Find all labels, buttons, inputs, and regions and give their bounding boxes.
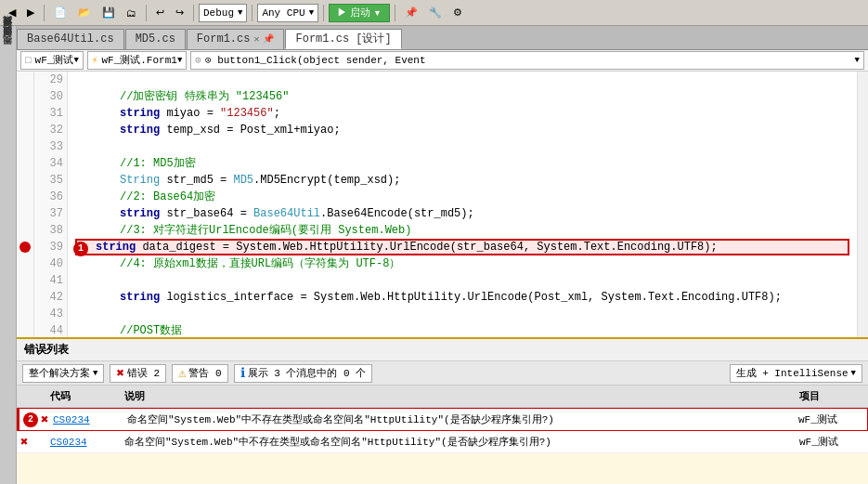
scope-text: 整个解决方案	[29, 366, 90, 380]
bp-42	[17, 289, 33, 306]
nav-bar: □ wF_测试 ▼ ⚡ wF_测试.Form1 ▼ ⊙ ⊙ button1_Cl…	[17, 50, 868, 72]
method-text: ⊙ button1_Click(object sender, Event	[205, 54, 426, 66]
code-editor[interactable]: 29 30 31 32 33 34 35 36 37 38 39 40 41 4…	[17, 72, 868, 337]
method-arrow: ▼	[855, 56, 860, 65]
undo-btn[interactable]: ↩	[151, 4, 169, 21]
code-line-31: string miyao = "123456";	[75, 105, 849, 122]
class-dropdown-text: wF_测试	[35, 53, 74, 67]
build-arrow: ▼	[851, 369, 856, 378]
error-num-badge-2: 2	[23, 412, 38, 427]
build-dropdown[interactable]: 生成 + IntelliSense ▼	[730, 364, 862, 383]
bp-29	[17, 72, 33, 88]
sep5	[323, 5, 324, 21]
code-line-33	[75, 138, 849, 155]
error-panel-title: 错误列表	[17, 339, 868, 361]
code-line-37: string str_base64 = Base64Util.Base64Enc…	[75, 205, 849, 222]
code-line-36: //2: Base64加密	[75, 189, 849, 205]
tab-form1-pin[interactable]: 📌	[263, 33, 274, 45]
breakpoint-column	[17, 72, 33, 337]
warning-count-btn[interactable]: ⚠ 警告 0	[172, 364, 228, 383]
tab-base64util-label: Base64Util.cs	[27, 33, 114, 46]
debug-dropdown[interactable]: Debug ▼	[199, 4, 247, 22]
tab-form1[interactable]: Form1.cs ✕ 📌	[187, 29, 285, 49]
cpu-arrow: ▼	[309, 8, 314, 18]
error-count-btn[interactable]: ✖ 错误 2	[110, 364, 166, 383]
bp-38	[17, 222, 33, 239]
ln-40: 40	[38, 255, 63, 272]
solution-explorer-btn[interactable]: 解决方案资源管理器	[0, 30, 16, 37]
save-all-btn[interactable]: 🗂	[122, 5, 141, 21]
scope-dropdown[interactable]: 整个解决方案 ▼	[22, 364, 104, 383]
attach-btn[interactable]: 📌	[400, 4, 422, 21]
error-row-2-code[interactable]: CS0234	[45, 434, 119, 451]
ln-38: 38	[38, 222, 63, 239]
class-dropdown-icon: □	[25, 55, 32, 66]
method-dropdown[interactable]: ⊙ ⊙ button1_Click(object sender, Event ▼	[190, 51, 864, 70]
warning-count-text: 警告 0	[188, 366, 221, 380]
main-toolbar: ◀ ▶ 📄 📂 💾 🗂 ↩ ↪ Debug ▼ Any CPU ▼ ▶ 启动 ▼…	[0, 0, 868, 26]
forward-btn[interactable]: ▶	[22, 4, 39, 21]
error-toolbar: 整个解决方案 ▼ ✖ 错误 2 ⚠ 警告 0 ℹ 展示 3 个消息中的 0 个	[17, 361, 868, 386]
code-content[interactable]: //加密密钥 特殊串为 "123456" string miyao = "123…	[68, 72, 857, 337]
ln-39: 39	[38, 239, 63, 255]
member-dropdown[interactable]: ⚡ wF_测试.Form1 ▼	[87, 51, 187, 70]
error-row-1[interactable]: 2 ✖ CS0234 命名空间"System.Web"中不存在类型或命名空间名"…	[17, 408, 868, 431]
cpu-dropdown[interactable]: Any CPU ▼	[257, 4, 318, 22]
tab-md5-label: MD5.cs	[136, 33, 175, 46]
error-row-2-project: wF_测试	[794, 432, 868, 451]
bp-34	[17, 155, 33, 172]
start-arrow: ▼	[373, 8, 382, 18]
error-count-text: 错误 2	[127, 366, 160, 380]
method-icon: ⊙	[195, 54, 201, 66]
bp-41	[17, 272, 33, 289]
error-panel-title-text: 错误列表	[24, 344, 69, 357]
ln-44: 44	[38, 322, 63, 337]
save-btn[interactable]: 💾	[97, 4, 120, 21]
tab-form1-label: Form1.cs	[197, 33, 251, 46]
editor-wrapper: Base64Util.cs MD5.cs Form1.cs ✕ 📌 Form1.…	[17, 26, 868, 484]
bp-39-dot[interactable]	[17, 239, 33, 255]
ln-35: 35	[38, 172, 63, 189]
class-dropdown[interactable]: □ wF_测试 ▼	[20, 51, 84, 70]
main-layout: 解决方案资源管理器 团队资源管理器 类视图 Base64Util.cs MD5.…	[0, 26, 868, 484]
code-line-32: string temp_xsd = Post_xml+miyao;	[75, 122, 849, 138]
build-dropdown-wrapper: 生成 + IntelliSense ▼	[730, 364, 862, 383]
code-line-30: //加密密钥 特殊串为 "123456"	[75, 88, 849, 105]
breakpoint-dot	[19, 242, 31, 253]
error-icon: ✖	[116, 365, 123, 381]
debug2-btn[interactable]: 🔧	[424, 4, 447, 21]
error-row-2-icon: ✖	[20, 434, 28, 450]
class-view-btn[interactable]: 类视图	[0, 48, 16, 56]
tab-form1-design[interactable]: Form1.cs [设计]	[285, 29, 401, 49]
start-btn[interactable]: ▶ 启动 ▼	[329, 4, 390, 22]
error-number-badge-1: 1	[73, 242, 88, 256]
open-btn[interactable]: 📂	[73, 4, 96, 21]
start-label: ▶ 启动	[337, 6, 370, 20]
bp-44	[17, 322, 33, 337]
team-explorer-btn[interactable]: 团队资源管理器	[0, 39, 16, 46]
line-gutter	[17, 72, 34, 337]
error-row-1-code[interactable]: CS0234	[47, 412, 122, 428]
tab-form1-close[interactable]: ✕	[253, 33, 259, 45]
redo-btn[interactable]: ↪	[171, 4, 188, 21]
tab-base64util[interactable]: Base64Util.cs	[17, 29, 124, 49]
col-code-header: 代码	[45, 387, 119, 405]
code-line-38: //3: 对字符进行UrlEncode编码(要引用 System.Web)	[75, 222, 849, 239]
error-list: 2 ✖ CS0234 命名空间"System.Web"中不存在类型或命名空间名"…	[17, 408, 868, 453]
back-btn[interactable]: ◀	[4, 4, 20, 21]
col-project-header: 项目	[794, 387, 868, 405]
ln-42: 42	[38, 289, 63, 306]
info-count-btn[interactable]: ℹ 展示 3 个消息中的 0 个	[234, 364, 373, 383]
tab-md5[interactable]: MD5.cs	[125, 29, 186, 49]
settings-btn[interactable]: ⚙	[448, 4, 467, 21]
error-row-1-desc: 命名空间"System.Web"中不存在类型或命名空间名"HttpUtility…	[122, 410, 793, 429]
new-file-btn[interactable]: 📄	[49, 4, 71, 21]
code-line-44: //POST数据	[75, 322, 849, 337]
vertical-scrollbar[interactable]	[857, 72, 868, 337]
bp-36	[17, 189, 33, 205]
member-arrow: ▼	[177, 56, 182, 65]
bp-37	[17, 205, 33, 222]
code-line-29	[75, 72, 849, 88]
error-row-2[interactable]: ✖ CS0234 命名空间"System.Web"中不存在类型或命名空间名"Ht…	[17, 431, 868, 453]
code-line-41	[75, 272, 849, 289]
